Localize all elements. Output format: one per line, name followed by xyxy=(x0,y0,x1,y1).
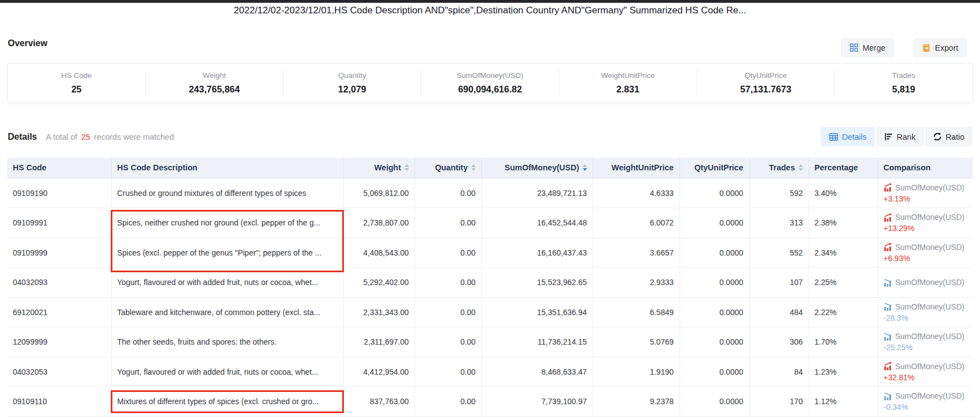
qty-unit-price-cell: 0.0000 xyxy=(679,387,749,417)
column-header[interactable]: Quantity xyxy=(415,158,481,178)
trades-cell: 84 xyxy=(749,357,809,387)
comparison-metric-label: SumOfMoney(USD) xyxy=(895,213,964,222)
qty-unit-price-cell: 0.0000 xyxy=(679,238,749,268)
hs-code-cell: 09109999 xyxy=(7,238,111,268)
comparison-metric-label: SumOfMoney(USD) xyxy=(895,391,964,400)
view-button-rank[interactable]: Rank xyxy=(876,127,924,146)
comparison-cell: SumOfMoney(USD) +3.13% xyxy=(878,178,973,208)
weight-cell: 2,311,697.00 xyxy=(343,327,415,357)
column-header-label: QtyUnitPrice xyxy=(695,163,743,172)
column-header[interactable]: Weight xyxy=(343,158,415,178)
quantity-cell: 0.00 xyxy=(415,178,481,208)
sort-arrows-icon[interactable] xyxy=(471,164,476,171)
comparison-value: +3.13% xyxy=(884,194,968,203)
view-switch: Details Rank Rat xyxy=(821,127,973,146)
trades-cell: 552 xyxy=(749,238,809,268)
table-row: 69120021 Tableware and kitchenware, of c… xyxy=(7,297,973,327)
stat-label: SumOfMoney(USD) xyxy=(421,71,559,80)
stat-label: HS Code xyxy=(8,71,145,80)
table-row: 04032053 Yogurt, flavoured or with added… xyxy=(7,357,973,387)
sort-arrows-icon[interactable] xyxy=(583,164,587,171)
trades-cell: 306 xyxy=(749,327,809,357)
overview-stats-card: HS Code 25 Weight 243,765,864 Quantity 1… xyxy=(7,63,973,103)
export-button[interactable]: Export xyxy=(913,38,967,57)
stat-value: 690,094,616.82 xyxy=(421,84,559,95)
hs-code-cell: 04032053 xyxy=(7,357,111,387)
percentage-cell: 2.25% xyxy=(809,268,878,298)
stat-value: 243,765,864 xyxy=(146,84,283,95)
window-top-edge xyxy=(0,0,980,3)
export-button-label: Export xyxy=(935,43,958,52)
column-header[interactable]: Percentage xyxy=(809,158,878,178)
weight-unit-price-cell: 1.9190 xyxy=(593,357,679,387)
sort-arrows-icon[interactable] xyxy=(799,164,803,171)
table-row: 09109110 Mixtures of different types of … xyxy=(7,387,973,417)
hs-code-cell: 09109110 xyxy=(7,387,111,417)
comparison-cell: SumOfMoney(USD) -0. xyxy=(878,268,973,298)
description-cell: Spices, neither crushed nor ground (excl… xyxy=(111,208,343,238)
quantity-cell: 0.00 xyxy=(415,357,481,387)
stat-label: Weight xyxy=(146,71,283,80)
stat-label: WeightUnitPrice xyxy=(559,71,697,80)
column-header-label: Quantity xyxy=(435,163,468,172)
table-header-row: HS Code HS Code Description Weight Quant… xyxy=(7,158,973,178)
description-cell: Yogurt, flavoured or with added fruit, n… xyxy=(111,357,343,387)
column-header[interactable]: HS Code xyxy=(7,158,111,178)
weight-unit-price-cell: 2.9333 xyxy=(593,268,679,298)
comparison-value: +13.29% xyxy=(884,224,968,233)
refresh-circle-icon xyxy=(933,133,942,141)
description-cell: Mixtures of different types of spices (e… xyxy=(111,387,343,417)
column-header-label: HS Code xyxy=(13,163,46,172)
percentage-cell: 1.23% xyxy=(809,357,878,387)
trend-up-chart-icon xyxy=(884,362,893,370)
rank-bars-icon xyxy=(884,133,893,141)
table-row: 04032093 Yogurt, flavoured or with added… xyxy=(7,268,973,298)
summary-suffix: records were matched xyxy=(94,133,174,141)
weight-unit-price-cell: 9.2378 xyxy=(593,387,679,417)
overview-stat: WeightUnitPrice 2.831 xyxy=(559,70,697,96)
merge-button[interactable]: Merge xyxy=(841,38,894,57)
column-header[interactable]: Comparison xyxy=(878,158,973,178)
trend-down-chart-icon xyxy=(884,278,893,287)
column-header-label: Comparison xyxy=(884,163,931,172)
stat-label: Quantity xyxy=(283,71,421,80)
column-header-label: Weight xyxy=(374,163,401,172)
column-header-label: Trades xyxy=(769,163,795,172)
column-header-label: WeightUnitPrice xyxy=(612,163,674,172)
column-header[interactable]: QtyUnitPrice xyxy=(679,158,749,178)
details-heading: Details xyxy=(8,132,37,142)
hs-code-cell: 12099999 xyxy=(7,327,111,357)
sort-arrows-icon[interactable] xyxy=(405,164,409,171)
column-header[interactable]: HS Code Description xyxy=(111,158,343,178)
comparison-metric-label: SumOfMoney(USD) xyxy=(895,243,964,252)
column-header-label: SumOfMoney(USD) xyxy=(505,163,579,172)
quantity-cell: 0.00 xyxy=(415,327,481,357)
export-file-icon xyxy=(922,43,930,52)
sum-of-money-cell: 8,468,633.47 xyxy=(481,357,593,387)
column-header[interactable]: WeightUnitPrice xyxy=(593,158,679,178)
qty-unit-price-cell: 0.0000 xyxy=(679,357,749,387)
view-button-details[interactable]: Details xyxy=(821,127,875,146)
stat-label: Trades xyxy=(835,71,972,80)
column-header[interactable]: Trades xyxy=(749,158,809,178)
overview-stat: Quantity 12,079 xyxy=(283,70,421,96)
quantity-cell: 0.00 xyxy=(415,208,481,238)
sum-of-money-cell: 11,736,214.15 xyxy=(481,327,593,357)
comparison-value: -0.34% xyxy=(884,403,968,411)
hs-code-cell: 09109991 xyxy=(7,208,111,238)
comparison-cell: SumOfMoney(USD) +32.81% xyxy=(878,357,973,387)
hs-code-cell: 69120021 xyxy=(7,297,111,327)
column-header-label: Percentage xyxy=(815,163,858,172)
view-button-label: Rank xyxy=(897,133,915,141)
weight-unit-price-cell: 4.6333 xyxy=(593,178,679,208)
qty-unit-price-cell: 0.0000 xyxy=(679,178,749,208)
trend-up-chart-icon xyxy=(884,183,893,192)
stat-value: 12,079 xyxy=(283,84,421,95)
comparison-value: -25.25% xyxy=(884,343,968,352)
view-button-ratio[interactable]: Ratio xyxy=(925,127,973,146)
sum-of-money-cell: 15,351,636.94 xyxy=(481,297,593,327)
description-cell: Yogurt, flavoured or with added fruit, n… xyxy=(111,268,343,298)
column-header[interactable]: SumOfMoney(USD) xyxy=(481,158,593,178)
details-bar: Details A total of 25 records were match… xyxy=(8,127,973,146)
trades-cell: 170 xyxy=(749,387,809,417)
